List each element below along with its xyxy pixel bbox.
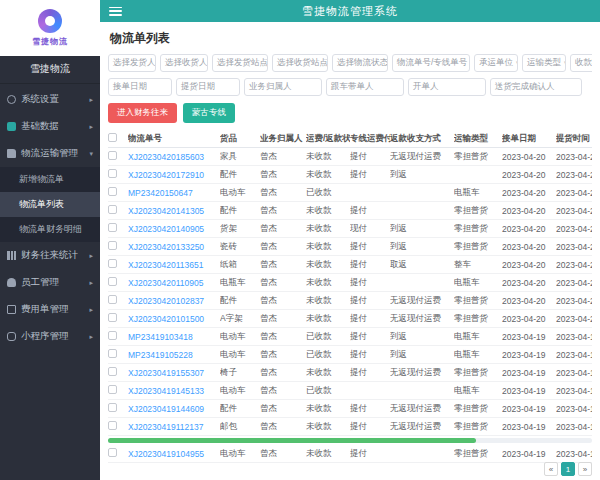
row-checkbox[interactable]	[108, 187, 117, 196]
app-title: 雪捷物流管理系统	[100, 4, 600, 19]
row-checkbox[interactable]	[108, 448, 117, 457]
sidebar-item[interactable]: 小程序管理▸	[0, 323, 100, 350]
sidebar-item[interactable]: 财务往来统计▸	[0, 242, 100, 269]
row-checkbox[interactable]	[108, 241, 117, 250]
filter-select[interactable]: 选择收货站点▾	[272, 54, 328, 72]
order-number-link[interactable]: XJ20230420172910	[128, 170, 220, 180]
table-cell: 零担普货	[454, 223, 502, 235]
table-cell: 曾杰	[260, 349, 306, 361]
row-checkbox[interactable]	[108, 259, 117, 268]
chevron-icon: ▸	[89, 96, 93, 104]
table-cell: 零担普货	[454, 367, 502, 379]
table-cell: 提付	[350, 403, 390, 415]
filter-select[interactable]: 选择发货人▾	[108, 54, 156, 72]
sidebar-item[interactable]: 系统设置▸	[0, 86, 100, 113]
select-all-checkbox[interactable]	[108, 133, 117, 142]
submenu-item[interactable]: 新增物流单	[0, 167, 100, 192]
horizontal-scrollbar-thumb[interactable]	[108, 438, 476, 443]
filter-input[interactable]: 送货完成确认人	[490, 78, 582, 96]
submenu-item-active[interactable]: 物流单列表	[0, 192, 100, 217]
row-checkbox[interactable]	[108, 205, 117, 214]
chevron-icon: ▸	[89, 333, 93, 341]
next-page-button[interactable]: »	[578, 462, 592, 476]
order-number-link[interactable]: MP23420150647	[128, 188, 220, 198]
order-number-link[interactable]: XJ20230420185603	[128, 152, 220, 162]
mongolia-line-button[interactable]: 蒙古专线	[183, 103, 235, 123]
table-cell: 2023-04-20	[502, 260, 556, 270]
table-cell: 无返现付运费	[390, 313, 454, 325]
row-checkbox[interactable]	[108, 403, 117, 412]
filter-select[interactable]: 选择发货站点▾	[212, 54, 268, 72]
table-row: MP23419105228电动车曾杰已收款提付到返电瓶车2023-04-1920…	[108, 346, 592, 364]
sidebar-item-label: 系统设置	[21, 93, 59, 106]
chevron-icon: ▸	[89, 123, 93, 131]
order-number-link[interactable]: XJ20230420140905	[128, 224, 220, 234]
order-number-link[interactable]: XJ20230419145133	[128, 386, 220, 396]
sidebar-item[interactable]: 费用单管理▸	[0, 296, 100, 323]
row-checkbox[interactable]	[108, 169, 117, 178]
table-cell: 2023-04-20	[502, 278, 556, 288]
filter-select[interactable]: 选择物流状态▾	[332, 54, 388, 72]
order-number-link[interactable]: MP23419103418	[128, 332, 220, 342]
order-number-link[interactable]: XJ20230420101500	[128, 314, 220, 324]
filter-input[interactable]: 业务归属人	[244, 78, 322, 96]
table-cell: 2023-04-19	[502, 332, 556, 342]
table-row: XJ20230420102837配件曾杰未收款提付无返现付运费零担普货2023-…	[108, 292, 592, 310]
order-number-link[interactable]: XJ20230419112137	[128, 422, 220, 432]
row-checkbox[interactable]	[108, 331, 117, 340]
enter-finance-button[interactable]: 进入财务往来	[108, 103, 177, 123]
filter-select[interactable]: 收款状态▾	[570, 54, 592, 72]
filter-select[interactable]: 物流单号/专线单号	[392, 54, 470, 72]
hamburger-menu-icon[interactable]	[109, 7, 122, 16]
row-checkbox[interactable]	[108, 349, 117, 358]
table-cell: 零担普货	[454, 295, 502, 307]
order-number-link[interactable]: XJ20230419144609	[128, 404, 220, 414]
row-checkbox[interactable]	[108, 385, 117, 394]
sidebar-menu: 系统设置▸基础数据▸物流运输管理▾新增物流单物流单列表物流单财务明细财务往来统计…	[0, 84, 100, 350]
table-cell: 无返现付运费	[390, 421, 454, 433]
order-number-link[interactable]: XJ20230420102837	[128, 296, 220, 306]
table-cell: 未收款	[306, 448, 350, 460]
submenu-item[interactable]: 物流单财务明细	[0, 217, 100, 242]
order-number-link[interactable]: XJ20230419104955	[128, 449, 220, 459]
table-cell: 现付	[350, 223, 390, 235]
filter-input[interactable]: 提货日期	[176, 78, 240, 96]
row-checkbox[interactable]	[108, 223, 117, 232]
filter-select[interactable]: 承运单位▾	[474, 54, 518, 72]
filter-input[interactable]: 接单日期	[108, 78, 172, 96]
filter-select[interactable]: 选择收货人▾	[160, 54, 208, 72]
row-checkbox[interactable]	[108, 277, 117, 286]
order-number-link[interactable]: XJ20230420141305	[128, 206, 220, 216]
table-cell: 2023-04-20	[502, 152, 556, 162]
sidebar-item[interactable]: 物流运输管理▾	[0, 140, 100, 167]
order-number-link[interactable]: XJ20230420133250	[128, 242, 220, 252]
filter-input[interactable]: 跟车带单人	[326, 78, 404, 96]
table-cell: 曾杰	[260, 205, 306, 217]
page-number[interactable]: 1	[561, 462, 575, 476]
row-checkbox[interactable]	[108, 313, 117, 322]
row-checkbox[interactable]	[108, 295, 117, 304]
prev-page-button[interactable]: «	[544, 462, 558, 476]
table-cell: 零担普货	[454, 151, 502, 163]
sidebar-item[interactable]: 基础数据▸	[0, 113, 100, 140]
sidebar-item[interactable]: 员工管理▸	[0, 269, 100, 296]
chevron-icon: ▸	[89, 279, 93, 287]
order-number-link[interactable]: XJ20230420113651	[128, 260, 220, 270]
filter-placeholder: 选择物流状态	[337, 57, 388, 69]
table-cell: 未收款	[306, 367, 350, 379]
row-checkbox[interactable]	[108, 151, 117, 160]
table-row: XJ20230420110905电瓶车曾杰未收款提付电瓶车2023-04-202…	[108, 274, 592, 292]
caret-down-icon: ▾	[208, 59, 209, 67]
table-cell: 瓷砖	[220, 241, 260, 253]
row-checkbox[interactable]	[108, 367, 117, 376]
table-cell: 零担普货	[454, 448, 502, 460]
filter-input[interactable]: 开单人	[408, 78, 486, 96]
horizontal-scrollbar[interactable]	[108, 438, 592, 443]
order-number-link[interactable]: MP23419105228	[128, 350, 220, 360]
row-checkbox[interactable]	[108, 421, 117, 430]
order-number-link[interactable]: XJ20230419155307	[128, 368, 220, 378]
order-number-link[interactable]: XJ20230420110905	[128, 278, 220, 288]
caret-down-icon: ▾	[561, 59, 566, 67]
sidebar: 雪捷物流 雪捷物流 系统设置▸基础数据▸物流运输管理▾新增物流单物流单列表物流单…	[0, 0, 100, 480]
filter-select[interactable]: 运输类型▾	[522, 54, 566, 72]
